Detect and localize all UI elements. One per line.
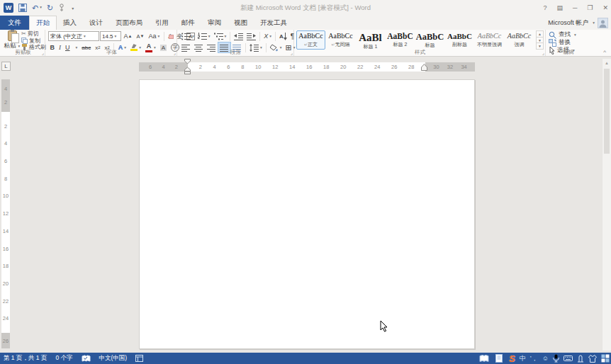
indent-markers-icon[interactable] <box>184 59 191 74</box>
change-case-button[interactable]: Aa▾ <box>147 31 162 41</box>
ime-punctuation-button[interactable]: ’， <box>530 356 538 362</box>
ruler-tick-label: 18 <box>323 64 329 70</box>
numbering-button[interactable]: ▾ <box>196 31 212 41</box>
multilevel-list-button[interactable]: ▾ <box>213 31 228 41</box>
styles-scroll-up-button[interactable]: ▲ <box>537 31 543 37</box>
decrease-indent-button[interactable] <box>232 31 245 41</box>
tab-references[interactable]: 引用 <box>149 16 175 30</box>
account-area[interactable]: Microsoft 帐户 ▾ <box>548 16 608 30</box>
language-status[interactable]: 中文(中国) <box>99 354 128 363</box>
ruler-tick-label: 2 <box>175 64 178 70</box>
touch-mode-button[interactable] <box>58 4 65 12</box>
collapse-ribbon-button[interactable]: ^ <box>603 49 606 55</box>
ruler-tick-label: 22 <box>3 298 9 305</box>
ime-voice-button[interactable] <box>553 354 559 363</box>
tab-design[interactable]: 设计 <box>83 16 109 30</box>
macro-status-button[interactable] <box>135 355 143 362</box>
ime-emoji-button[interactable]: ☺ <box>542 356 549 362</box>
shrink-font-button[interactable]: A▼ <box>135 31 146 41</box>
tab-review[interactable]: 审阅 <box>201 16 228 30</box>
tab-home[interactable]: 开始 <box>29 16 57 30</box>
avatar[interactable] <box>598 18 608 28</box>
ruler-tick-label: 30 <box>433 64 439 70</box>
page-number-status[interactable]: 第 1 页，共 1 页 <box>4 354 47 363</box>
tab-mailings[interactable]: 邮件 <box>175 16 201 30</box>
tab-insert[interactable]: 插入 <box>57 16 83 30</box>
document-page[interactable] <box>139 79 475 349</box>
vruler-top-margin: 4 2 <box>1 79 10 112</box>
tab-stop-selector[interactable]: L <box>1 62 11 71</box>
ime-toolbox-button[interactable] <box>601 354 610 363</box>
grow-font-button[interactable]: A▲ <box>122 31 134 41</box>
paste-clipboard-icon <box>8 30 17 41</box>
ruler-tick-label: 6 <box>149 64 152 70</box>
paragraph-dialog-launcher[interactable]: ⌟ <box>291 50 293 56</box>
print-layout-button[interactable] <box>495 354 503 363</box>
scrollbar-thumb[interactable] <box>604 69 610 154</box>
minimize-button[interactable]: ─ <box>573 4 577 11</box>
style-normal[interactable]: AaBbCc↵正文 <box>296 30 325 50</box>
font-size-combo[interactable]: 14.5▾ <box>100 31 121 41</box>
vertical-ruler[interactable]: 4 2 2 4 6 8 10 12 14 16 18 20 22 24 26 <box>1 79 10 348</box>
vertical-scrollbar[interactable]: ▲ <box>602 59 611 351</box>
ribbon-display-options-button[interactable]: ▤ <box>556 4 563 11</box>
redo-button[interactable]: ↻ <box>47 4 53 12</box>
paste-button[interactable]: 粘贴▾ <box>3 30 21 50</box>
word-count-status[interactable]: 0 个字 <box>55 354 72 363</box>
window-title: 新建 Microsoft Word 文档 [兼容模式] - Word <box>0 4 611 13</box>
ruler-tick-label: 26 <box>3 338 9 344</box>
right-indent-marker-icon[interactable] <box>421 64 428 72</box>
styles-group: AaBbCc↵正文 AaBbCc↵无间隔 AaBl标题 1 AaBbC标题 2 … <box>295 30 546 56</box>
style-no-spacing[interactable]: AaBbCc↵无间隔 <box>326 30 355 50</box>
styles-more-button[interactable]: ▼ <box>537 42 543 49</box>
help-button[interactable]: ? <box>543 4 546 11</box>
sogou-logo-icon[interactable]: S <box>509 354 515 363</box>
bullets-button[interactable]: ▾ <box>180 31 196 41</box>
sort-button[interactable]: A <box>278 31 288 41</box>
save-button[interactable] <box>18 4 27 12</box>
styles-scroll-down-button[interactable]: ▼ <box>537 37 543 43</box>
ruler-tick-label: 4 <box>213 64 215 70</box>
increase-indent-button[interactable] <box>245 31 257 41</box>
clipboard-group: 粘贴▾ ✂剪切 复制 格式刷 剪贴板 ⌟ <box>1 30 45 56</box>
tab-view[interactable]: 视图 <box>228 16 254 30</box>
ime-chinese-mode-button[interactable]: 中 <box>520 356 526 362</box>
ime-keyboard-button[interactable] <box>564 355 573 362</box>
font-dialog-launcher[interactable]: ⌟ <box>174 50 176 56</box>
styles-gallery-scroll: ▲ ▼ ▼ <box>536 30 544 50</box>
tab-developer[interactable]: 开发工具 <box>254 16 293 30</box>
clear-formatting-button[interactable]: A <box>167 31 174 41</box>
clipboard-dialog-launcher[interactable]: ⌟ <box>42 50 44 56</box>
customize-qat-button[interactable]: ▾ <box>72 6 74 11</box>
ime-handwriting-button[interactable] <box>577 355 584 363</box>
asian-layout-button[interactable]: X▾ <box>262 31 273 41</box>
replace-button[interactable]: 替换 <box>549 39 571 46</box>
proofing-book-icon <box>82 355 91 363</box>
tab-page-layout[interactable]: 页面布局 <box>109 16 149 30</box>
style-subtle-emphasis[interactable]: AaBbCc不明显强调 <box>475 30 504 50</box>
ruler-tick-label: 4 <box>162 64 164 70</box>
font-name-combo[interactable]: 宋体 (中文正▾ <box>48 31 99 41</box>
ruler-tick-label: 20 <box>340 64 346 70</box>
restore-button[interactable]: ❐ <box>587 4 593 11</box>
proofing-status-button[interactable] <box>82 355 91 363</box>
toolbox-grid-icon <box>601 354 610 363</box>
styles-dialog-launcher[interactable]: ⌟ <box>542 50 544 56</box>
undo-button[interactable]: ↶▾ <box>32 4 42 12</box>
read-mode-button[interactable] <box>479 355 489 363</box>
ime-skin-button[interactable] <box>588 355 597 363</box>
scroll-up-arrow[interactable]: ▲ <box>602 59 611 67</box>
style-emphasis[interactable]: AaBbCc强调 <box>505 30 534 50</box>
ruler-right-margin: 30 32 34 <box>425 62 475 72</box>
ruler-tick-label: 12 <box>3 210 9 217</box>
style-heading-1[interactable]: AaBl标题 1 <box>356 30 385 50</box>
quick-access-toolbar: W ↶▾ ↻ ▾ <box>0 3 74 13</box>
close-button[interactable]: ✕ <box>602 4 608 11</box>
style-title[interactable]: AaBbC标题 <box>415 30 444 50</box>
tab-file[interactable]: 文件 <box>0 16 29 30</box>
divider <box>164 32 164 41</box>
ruler-tick-label: 10 <box>3 193 9 199</box>
find-button[interactable]: 查找▾ <box>549 31 576 38</box>
style-subtitle[interactable]: AaBbC副标题 <box>445 30 474 50</box>
style-heading-2[interactable]: AaBbC标题 2 <box>386 30 415 50</box>
